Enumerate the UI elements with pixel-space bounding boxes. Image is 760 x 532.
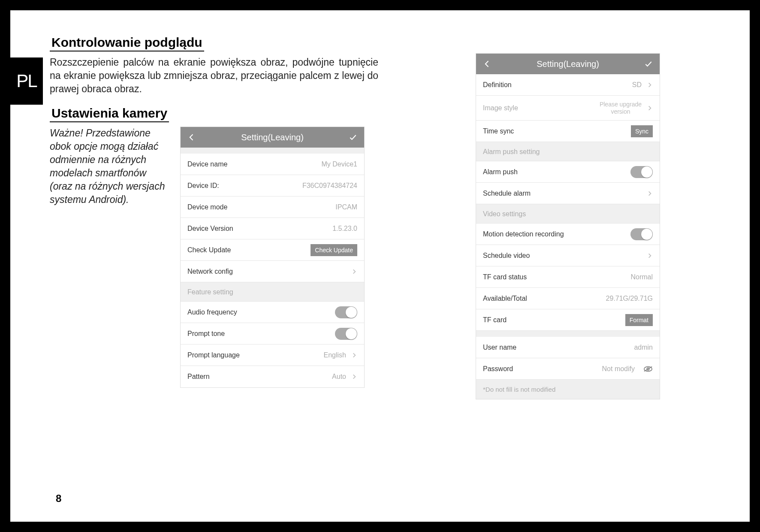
row-image-style[interactable]: Image style Please upgradeversion [476, 96, 660, 121]
device-mode-value: IPCAM [335, 203, 357, 211]
username-label: User name [483, 344, 516, 351]
password-value: Not modify [602, 365, 635, 373]
network-config-label: Network config [187, 268, 233, 275]
chevron-right-icon [647, 190, 653, 196]
paragraph-preview-control: Rozszczepienie palców na ekranie powięks… [50, 56, 378, 96]
check-update-button[interactable]: Check Update [311, 244, 357, 256]
row-audio-frequency: Audio frequency [181, 302, 364, 323]
titlebar: Setting(Leaving) [181, 127, 364, 148]
pattern-label: Pattern [187, 373, 210, 381]
row-alarm-push: Alarm push [476, 161, 660, 183]
heading-preview-control: Kontrolowanie podglądu [50, 35, 204, 51]
page-number: 8 [56, 493, 61, 505]
row-schedule-alarm[interactable]: Schedule alarm [476, 183, 660, 204]
heading-camera-settings: Ustawienia kamery [50, 106, 169, 122]
row-tf-status: TF card status Normal [476, 266, 660, 288]
tf-status-label: TF card status [483, 273, 527, 281]
device-mode-label: Device mode [187, 203, 227, 211]
row-device-version: Device Version 1.5.23.0 [181, 218, 364, 239]
row-schedule-video[interactable]: Schedule video [476, 245, 660, 266]
device-version-label: Device Version [187, 225, 233, 233]
alarm-push-toggle[interactable] [630, 166, 653, 178]
confirm-icon[interactable] [348, 132, 358, 142]
motion-detection-toggle[interactable] [630, 228, 653, 240]
tf-card-label: TF card [483, 316, 507, 324]
language-tab: PL [10, 57, 43, 105]
alarm-push-label: Alarm push [483, 168, 518, 176]
row-password[interactable]: Password Not modify [476, 358, 660, 380]
row-motion-detection: Motion detection recording [476, 224, 660, 245]
check-update-label: Check Update [187, 246, 231, 254]
row-username[interactable]: User name admin [476, 337, 660, 358]
row-definition[interactable]: Definition SD [476, 74, 660, 96]
available-total-value: 29.71G/29.71G [606, 295, 653, 302]
chevron-right-icon [647, 253, 653, 259]
row-time-sync: Time sync Sync [476, 121, 660, 142]
image-style-label: Image style [483, 104, 518, 112]
definition-label: Definition [483, 81, 512, 89]
prompt-tone-toggle[interactable] [335, 328, 357, 340]
available-total-label: Available/Total [483, 295, 527, 302]
row-device-name[interactable]: Device name My Device1 [181, 154, 364, 175]
row-device-mode: Device mode IPCAM [181, 196, 364, 218]
device-version-value: 1.5.23.0 [332, 225, 357, 233]
confirm-icon[interactable] [643, 59, 654, 69]
row-network-config[interactable]: Network config [181, 261, 364, 282]
row-pattern[interactable]: Pattern Auto [181, 366, 364, 387]
device-id-value: F36C0974384724 [302, 182, 357, 190]
row-tf-card: TF card Format [476, 309, 660, 331]
prompt-language-value: English [324, 351, 346, 359]
definition-value: SD [632, 81, 642, 89]
device-name-label: Device name [187, 160, 227, 168]
row-device-id: Device ID: F36C0974384724 [181, 175, 364, 196]
settings-panel-1: Setting(Leaving) Device name My Device1 … [180, 127, 365, 388]
row-prompt-tone: Prompt tone [181, 323, 364, 345]
video-settings-header: Video settings [476, 204, 660, 224]
motion-detection-label: Motion detection recording [483, 230, 564, 238]
back-icon[interactable] [187, 132, 197, 142]
titlebar-title: Setting(Leaving) [537, 59, 599, 69]
settings-panel-2: Setting(Leaving) Definition SD Image sty… [476, 53, 660, 399]
prompt-language-label: Prompt language [187, 351, 240, 359]
chevron-right-icon [647, 82, 653, 88]
image-style-value: Please upgradeversion [600, 101, 642, 115]
row-prompt-language[interactable]: Prompt language English [181, 345, 364, 366]
schedule-alarm-label: Schedule alarm [483, 190, 531, 197]
format-button[interactable]: Format [625, 314, 653, 326]
back-icon[interactable] [482, 59, 492, 69]
schedule-video-label: Schedule video [483, 252, 530, 260]
tf-status-value: Normal [630, 273, 653, 281]
eye-off-icon[interactable] [643, 366, 653, 372]
device-name-value: My Device1 [321, 160, 357, 168]
audio-frequency-label: Audio frequency [187, 308, 237, 316]
chevron-right-icon [351, 352, 357, 358]
chevron-right-icon [351, 374, 357, 380]
chevron-right-icon [351, 269, 357, 275]
audio-frequency-toggle[interactable] [335, 306, 357, 318]
sync-button[interactable]: Sync [631, 125, 653, 137]
username-value: admin [634, 344, 653, 351]
password-label: Password [483, 365, 513, 373]
row-check-update: Check Update Check Update [181, 239, 364, 261]
device-id-label: Device ID: [187, 182, 219, 190]
note-text: Ważne! Przedstawione obok opcje mogą dzi… [50, 127, 170, 206]
pattern-value: Auto [332, 373, 346, 381]
alarm-push-header: Alarm push setting [476, 142, 660, 161]
prompt-tone-label: Prompt tone [187, 330, 225, 338]
feature-setting-header: Feature setting [181, 282, 364, 302]
chevron-right-icon [647, 105, 653, 111]
titlebar: Setting(Leaving) [476, 54, 660, 74]
titlebar-title: Setting(Leaving) [241, 133, 304, 142]
time-sync-label: Time sync [483, 127, 514, 135]
row-available-total: Available/Total 29.71G/29.71G [476, 288, 660, 309]
footer-note: *Do not fill is not modified [476, 380, 660, 399]
